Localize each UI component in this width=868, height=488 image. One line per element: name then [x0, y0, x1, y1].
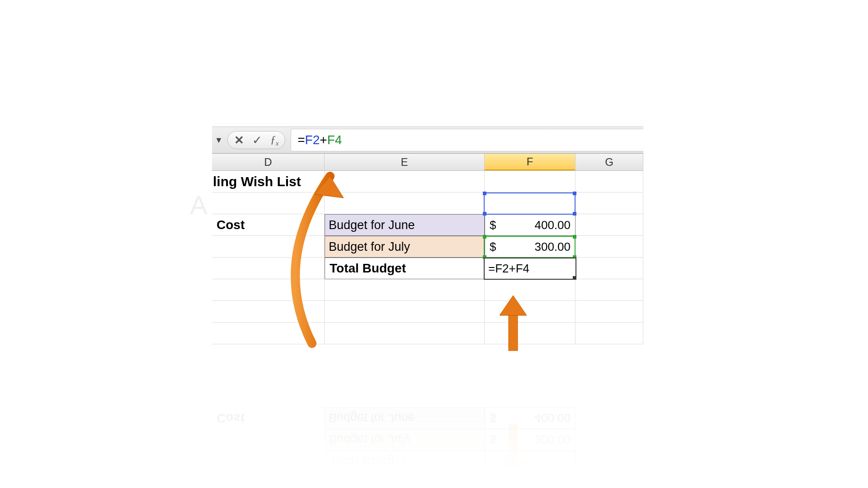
cell-total-budget[interactable]: Total Budget: [325, 258, 485, 279]
cell[interactable]: [212, 279, 325, 301]
formula-plus: +: [320, 133, 327, 147]
cell[interactable]: [576, 279, 643, 301]
cell-f2[interactable]: [485, 192, 576, 214]
fx-icon[interactable]: ƒx: [270, 134, 278, 147]
col-header-e[interactable]: E: [325, 154, 485, 170]
svg-marker-4: [500, 460, 527, 472]
cell[interactable]: [576, 192, 643, 214]
cell[interactable]: [576, 214, 643, 236]
cell[interactable]: [576, 323, 643, 344]
cell[interactable]: [576, 301, 643, 323]
cell[interactable]: [325, 301, 485, 323]
cell[interactable]: [485, 279, 576, 301]
cell-val-july[interactable]: $ 300.00: [485, 236, 576, 258]
formula-eq: =: [297, 133, 305, 147]
cell-title[interactable]: ling Wish List: [212, 171, 325, 192]
spreadsheet-grid[interactable]: ling Wish List Cost Budget for June $ 40…: [212, 171, 643, 344]
cell[interactable]: [485, 301, 576, 323]
cell[interactable]: [325, 323, 485, 344]
cell[interactable]: [325, 279, 485, 301]
cell-budget-june[interactable]: Budget for June: [325, 214, 485, 236]
formula-bar: ▼ ✕ ✓ ƒx =F2+F4: [212, 127, 643, 154]
col-header-g[interactable]: G: [576, 154, 643, 170]
formula-controls: ✕ ✓ ƒx: [227, 131, 285, 149]
formula-ref2: F4: [327, 133, 342, 147]
svg-rect-3: [509, 424, 518, 463]
cell[interactable]: [576, 171, 643, 192]
col-header-f[interactable]: F: [485, 154, 576, 170]
reflection: Total Budget =F2+F4 Budget for July $300…: [212, 355, 643, 472]
cell[interactable]: [325, 171, 485, 192]
cell[interactable]: [485, 171, 576, 192]
editing-cell-text: =F2+F4: [488, 262, 529, 276]
enter-icon[interactable]: ✓: [252, 134, 262, 146]
formula-ref1: F2: [305, 133, 320, 147]
currency-sym: $: [490, 240, 496, 254]
cell[interactable]: [576, 258, 643, 279]
column-headers: D E F G: [212, 154, 643, 171]
cell-cost[interactable]: Cost: [212, 214, 325, 236]
cell[interactable]: [212, 192, 325, 214]
cancel-icon[interactable]: ✕: [234, 134, 244, 146]
cell-budget-july[interactable]: Budget for July: [325, 236, 485, 258]
cell[interactable]: [325, 192, 485, 214]
cell[interactable]: [212, 258, 325, 279]
excel-window: ▼ ✕ ✓ ƒx =F2+F4 D E F G ling Wish List: [212, 127, 643, 353]
col-header-d[interactable]: D: [212, 154, 325, 170]
cell[interactable]: [212, 301, 325, 323]
namebox-dropdown-icon[interactable]: ▼: [213, 132, 225, 148]
cell[interactable]: [212, 236, 325, 258]
formula-input[interactable]: =F2+F4: [291, 129, 643, 151]
cell[interactable]: [576, 236, 643, 258]
active-editing-cell[interactable]: =F2+F4: [484, 258, 576, 280]
cell[interactable]: [485, 323, 576, 344]
cell[interactable]: [212, 323, 325, 344]
currency-val: 400.00: [509, 218, 571, 232]
currency-sym: $: [490, 218, 496, 232]
cell-val-june[interactable]: $ 400.00: [485, 214, 576, 236]
fill-handle[interactable]: [573, 276, 576, 280]
currency-val: 300.00: [509, 240, 571, 254]
